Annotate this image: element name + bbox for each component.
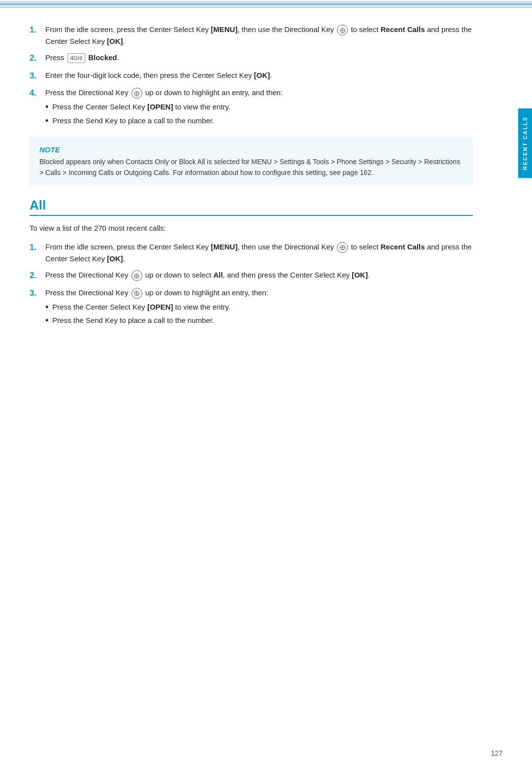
- step-4: 4. Press the Directional Key ⨁ up or dow…: [30, 87, 473, 129]
- blocked-steps: 1. From the idle screen, press the Cente…: [30, 24, 473, 129]
- directional-key-icon-all-2: ⨁: [132, 270, 142, 281]
- all-bullet-3-2: • Press the Send Key to place a call to …: [45, 315, 473, 326]
- bullet-text-4-2: Press the Send Key to place a call to th…: [52, 115, 214, 127]
- top-line-3: [0, 3, 532, 5]
- bullet-dot-4-2: •: [45, 115, 48, 127]
- step-number-3: 3.: [30, 70, 43, 82]
- all-step-text-2: Press the Directional Key ⨁ up or down t…: [45, 269, 473, 281]
- all-step-text-1: From the idle screen, press the Center S…: [45, 241, 473, 264]
- all-steps: 1. From the idle screen, press the Cente…: [30, 241, 473, 329]
- all-step-1: 1. From the idle screen, press the Cente…: [30, 241, 473, 264]
- all-step-text-3: Press the Directional Key ⨁ up or down t…: [45, 287, 473, 329]
- note-text: Blocked appears only when Contacts Only …: [39, 157, 463, 178]
- note-title: NOTE: [39, 145, 463, 154]
- step-3: 3. Enter the four-digit lock code, then …: [30, 70, 473, 82]
- step-text-3: Enter the four-digit lock code, then pre…: [45, 70, 473, 81]
- all-step-number-3: 3.: [30, 287, 43, 300]
- directional-key-icon-4: ⨁: [132, 88, 142, 99]
- top-line-5: [0, 7, 532, 8]
- all-bullet-text-3-2: Press the Send Key to place a call to th…: [52, 315, 214, 326]
- main-content: 1. From the idle screen, press the Cente…: [0, 9, 502, 367]
- directional-key-icon-all-3: ⨁: [132, 288, 142, 299]
- step-number-1: 1.: [30, 24, 43, 36]
- top-decoration: [0, 0, 532, 9]
- all-step-3: 3. Press the Directional Key ⨁ up or dow…: [30, 287, 473, 329]
- step-text-1: From the idle screen, press the Center S…: [45, 24, 473, 47]
- sidebar-tab: RECENT CALLS: [518, 108, 532, 178]
- sidebar-tab-label: RECENT CALLS: [522, 116, 528, 170]
- all-step-2: 2. Press the Directional Key ⨁ up or dow…: [30, 269, 473, 282]
- step-number-2: 2.: [30, 52, 43, 65]
- step-1: 1. From the idle screen, press the Cente…: [30, 24, 473, 47]
- all-step-number-1: 1.: [30, 241, 43, 254]
- page-number: 127: [491, 749, 502, 757]
- directional-key-icon-all-1: ⨁: [337, 242, 348, 253]
- all-bullet-dot-3-1: •: [45, 302, 48, 313]
- step-text-2: Press 4 GHI Blocked.: [45, 52, 473, 63]
- all-intro: To view a list of the 270 most recent ca…: [30, 223, 473, 234]
- key-badge-4ghi: 4 GHI: [67, 53, 85, 63]
- bullet-4-2: • Press the Send Key to place a call to …: [45, 115, 473, 127]
- bullet-dot-4-1: •: [45, 102, 48, 113]
- step-text-4: Press the Directional Key ⨁ up or down t…: [45, 87, 473, 129]
- all-step-3-bullets: • Press the Center Select Key [OPEN] to …: [45, 302, 473, 327]
- all-bullet-text-3-1: Press the Center Select Key [OPEN] to vi…: [52, 302, 231, 313]
- bullet-4-1: • Press the Center Select Key [OPEN] to …: [45, 102, 473, 113]
- step-number-4: 4.: [30, 87, 43, 100]
- step-4-bullets: • Press the Center Select Key [OPEN] to …: [45, 102, 473, 127]
- all-section-heading: All: [30, 198, 473, 216]
- all-step-number-2: 2.: [30, 269, 43, 282]
- step-2: 2. Press 4 GHI Blocked.: [30, 52, 473, 65]
- all-bullet-dot-3-2: •: [45, 315, 48, 326]
- note-box: NOTE Blocked appears only when Contacts …: [30, 138, 473, 186]
- all-bullet-3-1: • Press the Center Select Key [OPEN] to …: [45, 302, 473, 313]
- directional-key-icon-1: ⨁: [337, 25, 348, 35]
- bullet-text-4-1: Press the Center Select Key [OPEN] to vi…: [52, 102, 231, 113]
